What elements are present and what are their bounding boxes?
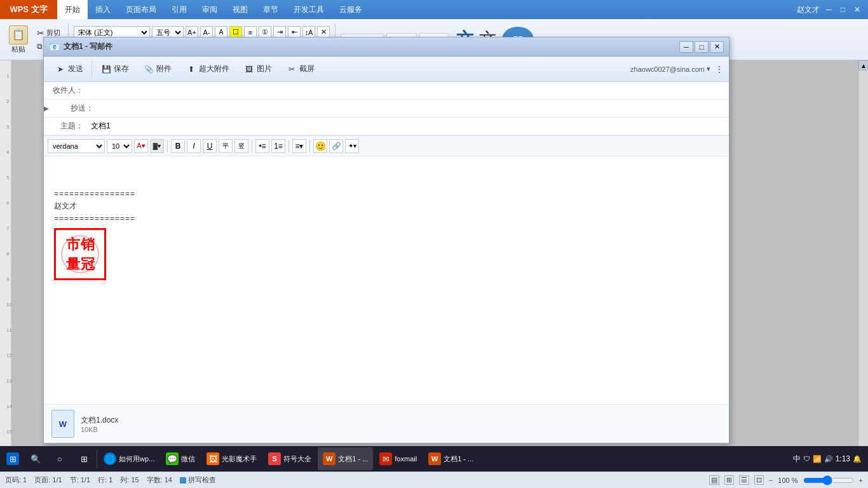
fmt-sep1 (167, 140, 168, 152)
ruler-mark-4: 4 (6, 149, 9, 155)
fmt-bg-color-btn[interactable]: ▓▾ (150, 139, 164, 153)
send-icon: ➤ (55, 64, 66, 75)
ribbon-paste[interactable]: 📋 粘贴 (5, 24, 32, 55)
wps-minimize[interactable]: ─ (824, 5, 834, 14)
ruler-mark-6: 6 (6, 200, 9, 206)
status-section: 节: 1/1 (70, 475, 90, 485)
tab-view[interactable]: 视图 (225, 0, 255, 19)
fmt-more-btn[interactable]: ✦▾ (345, 139, 359, 153)
zoom-level: 100 % (778, 477, 797, 484)
fmt-bold-btn[interactable]: B (171, 139, 185, 153)
status-row: 行: 1 (98, 475, 112, 485)
taskbar-browser[interactable]: 🌐 如何用wp... (98, 447, 159, 470)
zoom-in-btn[interactable]: + (859, 477, 863, 484)
email-minimize-btn[interactable]: ─ (679, 41, 693, 53)
attach-button[interactable]: 📎 附件 (137, 61, 177, 78)
image-button[interactable]: 🖼 图片 (238, 61, 278, 78)
taskbar-wps2[interactable]: W 文档1 - ... (423, 447, 478, 470)
email-body[interactable]: ================ 赵文才 ================ 市 … (44, 156, 729, 404)
tab-chapter[interactable]: 章节 (255, 0, 286, 19)
subject-input[interactable] (88, 119, 729, 133)
to-input[interactable] (88, 84, 729, 98)
taskbar-ime-icon[interactable]: 中 (793, 454, 801, 464)
zoom-out-btn[interactable]: − (769, 477, 773, 484)
view-layout-btn[interactable]: ⊞ (724, 475, 734, 485)
wps-user-name: 赵文才 (797, 4, 820, 15)
start-icon: ⊞ (6, 452, 19, 465)
view-outline-btn[interactable]: ☰ (739, 475, 749, 485)
taskbar-photomagic[interactable]: 🖼 光影魔术手 (201, 447, 262, 470)
large-attach-button[interactable]: ⬆ 超大附件 (180, 61, 235, 78)
taskbar-network[interactable]: 📶 (813, 455, 822, 463)
email-account-area: zhaowc0027@sina.com ▾ ⋮ (630, 64, 724, 74)
send-button[interactable]: ➤ 发送 (49, 61, 89, 78)
fmt-link-btn[interactable]: 🔗 (329, 139, 343, 153)
wps-logo-text: WPS 文字 (10, 4, 47, 15)
signature-area: ================ 赵文才 ================ 市 … (54, 189, 719, 280)
to-label: 收件人： (44, 85, 88, 96)
account-dropdown-icon[interactable]: ▾ (707, 65, 710, 73)
cc-input[interactable] (98, 102, 729, 116)
view-normal-btn[interactable]: ▤ (709, 475, 719, 485)
search-icon: 🔍 (29, 452, 42, 465)
screenshot-button[interactable]: ✂ 截屏 (280, 61, 320, 78)
tab-dev[interactable]: 开发工具 (286, 0, 332, 19)
more-options-icon[interactable]: ⋮ (715, 64, 724, 74)
spell-icon (180, 477, 186, 484)
fmt-size-select[interactable]: 10 (107, 139, 132, 153)
email-account-address: zhaowc0027@sina.com (630, 65, 705, 73)
fmt-italic-btn[interactable]: I (187, 139, 201, 153)
attach-icon: 📎 (143, 64, 154, 75)
tab-layout[interactable]: 页面布局 (118, 0, 164, 19)
tab-reference[interactable]: 引用 (164, 0, 194, 19)
fmt-font-select[interactable]: verdana (48, 139, 105, 153)
save-button[interactable]: 💾 保存 (95, 61, 135, 78)
ruler-mark-5: 5 (6, 175, 9, 180)
fmt-underline-btn[interactable]: U (203, 139, 217, 153)
tab-review[interactable]: 审阅 (194, 0, 225, 19)
attach-icon-text: W (59, 419, 67, 429)
wps2-icon: W (428, 452, 441, 465)
ruler-mark-11: 11 (6, 327, 12, 333)
wps-logo[interactable]: WPS 文字 (0, 0, 57, 19)
right-scrollbar[interactable]: ▲ ▼ (858, 60, 868, 463)
taskbar-search[interactable]: 🔍 (24, 447, 47, 470)
status-spellcheck[interactable]: 拼写检查 (180, 475, 216, 485)
save-icon: 💾 (100, 64, 112, 75)
taskbar-volume[interactable]: 🔊 (824, 455, 833, 463)
email-close-btn[interactable]: ✕ (710, 41, 724, 53)
taskbar-apps[interactable]: ⊞ (72, 447, 95, 470)
wps-maximize[interactable]: □ (838, 5, 848, 14)
cc-arrow-icon[interactable]: ▶ (44, 105, 54, 112)
fmt-ol-btn[interactable]: 1≡ (271, 139, 285, 153)
fmt-font-color-btn[interactable]: A▾ (134, 139, 148, 153)
sig-name: 赵文才 (54, 201, 719, 212)
taskbar-foxmail[interactable]: ✉ foxmail (374, 447, 422, 470)
fmt-strikethrough-btn[interactable]: 平 (219, 139, 233, 153)
ruler-mark-13: 13 (6, 378, 12, 384)
fmt-emoji-btn[interactable]: 🙂 (313, 139, 327, 153)
fmt-vertical-btn[interactable]: 竖 (234, 139, 248, 153)
fmt-ul-btn[interactable]: •≡ (255, 139, 269, 153)
taskbar-notification[interactable]: 🔔 (853, 455, 862, 463)
fmt-align-btn[interactable]: ≡▾ (292, 139, 306, 153)
zoom-slider[interactable] (803, 475, 854, 485)
scroll-up-btn[interactable]: ▲ (858, 60, 868, 71)
email-fields: 收件人： ▶ 抄送： 主题： (44, 82, 729, 136)
tab-insert[interactable]: 插入 (88, 0, 118, 19)
taskbar-symbols[interactable]: S 符号大全 (263, 447, 316, 470)
wps-close[interactable]: ✕ (851, 5, 863, 14)
taskbar-cortana[interactable]: ○ (48, 447, 71, 470)
view-focus-btn[interactable]: ⊡ (754, 475, 764, 485)
taskbar-antivirus[interactable]: 🛡 (803, 455, 810, 463)
status-chars: 字数: 14 (147, 475, 172, 485)
ruler-mark-12: 12 (6, 353, 12, 358)
tab-cloud[interactable]: 云服务 (332, 0, 370, 19)
sig-divider-top: ================ (54, 189, 719, 198)
taskbar-wps1[interactable]: W 文档1 - ... (318, 447, 373, 470)
start-btn[interactable]: ⊞ (3, 447, 23, 470)
cc-field-row: ▶ 抄送： (44, 100, 729, 118)
email-maximize-btn[interactable]: □ (695, 41, 709, 53)
taskbar-wechat[interactable]: 💬 微信 (161, 447, 200, 470)
tab-start[interactable]: 开始 (57, 0, 88, 19)
